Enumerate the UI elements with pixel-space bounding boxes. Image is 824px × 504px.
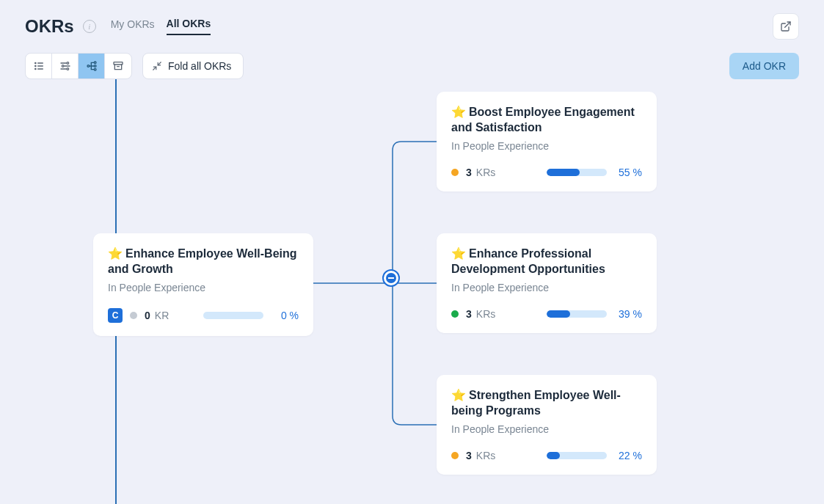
svg-point-10: [62, 65, 64, 67]
progress-bar: [547, 452, 607, 459]
view-tree-button[interactable]: [79, 54, 105, 78]
status-dot: [130, 312, 137, 319]
external-link-icon: [780, 21, 792, 32]
star-icon: ⭐: [451, 106, 466, 118]
svg-point-8: [67, 62, 69, 65]
okr-card-title: ⭐Enhance Professional Development Opport…: [451, 246, 642, 277]
status-dot: [451, 169, 459, 176]
okr-card-subtitle: In People Experience: [451, 423, 642, 435]
okr-card-title: ⭐Boost Employee Engagement and Satisfact…: [451, 105, 642, 136]
svg-line-19: [158, 62, 161, 65]
add-okr-button[interactable]: Add OKR: [729, 53, 799, 79]
fold-all-label: Fold all OKRs: [168, 60, 231, 72]
progress-bar: [203, 312, 263, 319]
kr-label: KRs: [476, 308, 495, 320]
kr-count: 3: [466, 308, 472, 320]
progress-bar: [547, 310, 607, 318]
svg-point-1: [34, 62, 35, 63]
page-title: OKRs: [25, 16, 74, 37]
okr-card-child[interactable]: ⭐Boost Employee Engagement and Satisfact…: [437, 92, 657, 191]
star-icon: ⭐: [108, 247, 123, 260]
fold-all-button[interactable]: Fold all OKRs: [142, 53, 244, 79]
kr-label: KR: [155, 310, 169, 321]
archive-icon: [112, 60, 124, 72]
svg-point-3: [34, 65, 35, 66]
view-archive-button[interactable]: [105, 54, 131, 78]
view-mode-group: [25, 53, 132, 79]
status-dot: [451, 310, 459, 318]
svg-line-20: [153, 67, 156, 70]
info-icon[interactable]: i: [83, 20, 96, 33]
svg-point-12: [67, 68, 69, 70]
okr-card-child[interactable]: ⭐Enhance Professional Development Opport…: [437, 233, 657, 333]
okr-card-child[interactable]: ⭐Strengthen Employee Well-being Programs…: [437, 375, 657, 475]
okr-card-title: ⭐Enhance Employee Well-Being and Growth: [108, 246, 299, 277]
status-dot: [451, 452, 459, 459]
connector-lines: [313, 92, 438, 473]
kr-count: 3: [466, 450, 472, 461]
collapse-node-handle[interactable]: [382, 269, 400, 287]
svg-line-0: [785, 22, 790, 27]
progress-bar: [547, 169, 607, 176]
kr-count: 3: [466, 167, 472, 178]
progress-percent: 0 %: [271, 310, 299, 321]
kr-label: KRs: [476, 167, 495, 178]
alignment-icon: [59, 60, 71, 72]
okr-title-text: Boost Employee Engagement and Satisfacti…: [451, 106, 635, 134]
kr-label: KRs: [476, 450, 495, 461]
owner-avatar[interactable]: C: [108, 308, 123, 323]
progress-percent: 39 %: [614, 308, 642, 320]
okr-card-subtitle: In People Experience: [451, 140, 642, 152]
progress-percent: 55 %: [614, 167, 642, 178]
okr-card-subtitle: In People Experience: [451, 282, 642, 293]
tab-my-okrs[interactable]: My OKRs: [111, 18, 155, 34]
okr-card-subtitle: In People Experience: [108, 282, 299, 293]
okr-card-parent[interactable]: ⭐Enhance Employee Well-Being and Growth …: [93, 233, 313, 336]
svg-rect-17: [114, 62, 123, 65]
view-alignment-button[interactable]: [52, 54, 79, 78]
minus-icon: [388, 277, 394, 279]
svg-point-5: [34, 68, 35, 69]
okr-card-title: ⭐Strengthen Employee Well-being Programs: [451, 388, 642, 419]
tree-icon: [86, 60, 98, 72]
progress-percent: 22 %: [614, 450, 642, 461]
kr-count: 0: [145, 310, 150, 321]
view-list-button[interactable]: [26, 54, 52, 78]
tab-all-okrs[interactable]: All OKRs: [167, 18, 211, 35]
star-icon: ⭐: [451, 247, 466, 260]
collapse-arrows-icon: [152, 61, 162, 71]
okr-title-text: Enhance Employee Well-Being and Growth: [108, 247, 297, 275]
star-icon: ⭐: [451, 389, 466, 401]
okr-title-text: Strengthen Employee Well-being Programs: [451, 389, 621, 417]
okr-title-text: Enhance Professional Development Opportu…: [451, 247, 605, 275]
list-icon: [33, 60, 45, 72]
open-external-button[interactable]: [773, 13, 799, 40]
